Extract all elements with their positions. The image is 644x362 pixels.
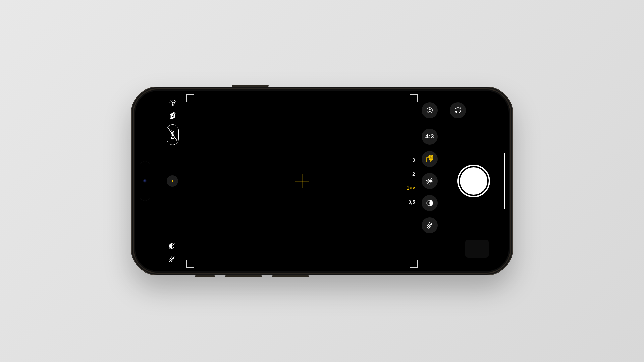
camera-flip-icon xyxy=(454,107,462,114)
screen: RAW xyxy=(135,91,509,271)
zoom-2x[interactable]: 2 xyxy=(412,171,415,177)
live-photo-icon xyxy=(426,177,434,185)
filters-button[interactable] xyxy=(422,195,438,211)
grid-line xyxy=(341,94,341,268)
photographic-styles-button[interactable] xyxy=(422,151,438,167)
side-button xyxy=(232,85,269,87)
phone-frame: RAW xyxy=(131,87,513,275)
svg-rect-4 xyxy=(171,114,174,118)
photographic-styles-icon xyxy=(426,155,434,163)
left-controls: RAW xyxy=(135,91,185,271)
svg-point-0 xyxy=(172,102,174,104)
volume-down-button xyxy=(272,275,309,277)
night-mode-off-icon[interactable] xyxy=(167,241,177,251)
grid-line xyxy=(263,94,263,268)
grid-line xyxy=(185,210,418,210)
viewfinder[interactable]: 3 2 1× 0,5 xyxy=(185,94,418,268)
photographic-styles-icon[interactable] xyxy=(168,111,178,121)
last-photo-thumbnail[interactable] xyxy=(465,240,489,258)
zoom-levels: 3 2 1× 0,5 xyxy=(407,157,415,205)
zoom-0-5x[interactable]: 0,5 xyxy=(409,199,415,205)
filters-icon xyxy=(426,199,434,207)
live-photo-button[interactable] xyxy=(422,173,438,189)
raw-toggle[interactable]: RAW xyxy=(167,124,179,145)
flash-off-icon[interactable] xyxy=(167,254,177,264)
right-controls: 4:3 xyxy=(418,91,509,271)
frame-corner xyxy=(410,94,418,102)
exposure-button[interactable] xyxy=(422,102,438,118)
aspect-ratio-button[interactable]: 4:3 xyxy=(422,129,438,145)
flash-button[interactable] xyxy=(422,217,438,233)
volume-up-button xyxy=(225,275,262,277)
level-crosshair-icon xyxy=(295,174,309,188)
svg-point-17 xyxy=(429,180,431,182)
expand-controls-button[interactable] xyxy=(167,175,178,187)
frame-corner xyxy=(186,260,194,268)
zoom-1x[interactable]: 1× xyxy=(407,185,415,191)
zoom-3x[interactable]: 3 xyxy=(412,157,415,163)
svg-rect-15 xyxy=(428,156,432,161)
camera-app: RAW xyxy=(135,91,509,271)
mute-switch xyxy=(195,275,215,277)
live-photo-icon[interactable] xyxy=(168,98,178,108)
aspect-ratio-label: 4:3 xyxy=(425,133,434,140)
shutter-button[interactable] xyxy=(460,167,487,195)
svg-rect-3 xyxy=(170,114,173,118)
frame-corner xyxy=(410,260,418,268)
chevron-right-icon xyxy=(170,179,175,183)
flash-off-icon xyxy=(426,221,434,229)
grid-line xyxy=(185,152,418,152)
frame-corner xyxy=(186,94,194,102)
camera-flip-button[interactable] xyxy=(450,102,466,118)
exposure-icon xyxy=(426,107,433,114)
